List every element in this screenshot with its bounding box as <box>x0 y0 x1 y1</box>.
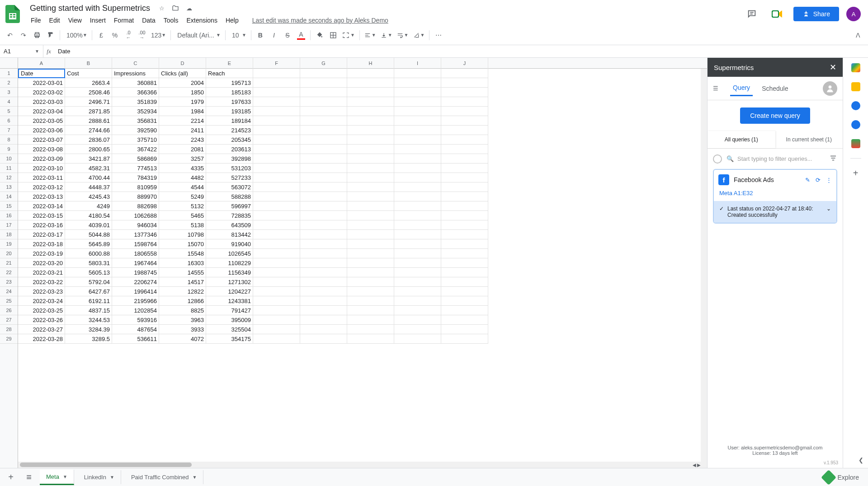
filter-status-icon[interactable] <box>713 154 722 164</box>
cell[interactable] <box>347 287 394 296</box>
cell[interactable] <box>253 306 300 315</box>
paint-format-icon[interactable] <box>44 29 57 42</box>
merge-icon[interactable]: ▼ <box>340 29 357 42</box>
dec-decimal-button[interactable]: .0← <box>122 29 135 42</box>
cell[interactable]: 2022-03-22 <box>18 277 65 287</box>
cell[interactable]: 1598764 <box>112 239 159 249</box>
cell[interactable]: 791427 <box>206 306 253 315</box>
cell[interactable]: 784319 <box>112 173 159 182</box>
collapse-toolbar-icon[interactable]: ᐱ <box>852 29 864 42</box>
row-number[interactable]: 19 <box>0 239 18 249</box>
cell[interactable] <box>300 107 347 116</box>
row-number[interactable]: 1 <box>0 69 18 78</box>
row-number[interactable]: 25 <box>0 296 18 306</box>
cell[interactable]: 5044.88 <box>65 230 112 239</box>
cell[interactable]: Clicks (all) <box>159 69 206 78</box>
cell[interactable] <box>441 325 488 334</box>
cell[interactable] <box>347 239 394 249</box>
cell[interactable]: 919040 <box>206 239 253 249</box>
last-edit-link[interactable]: Last edit was made seconds ago by Aleks … <box>249 15 392 26</box>
cell[interactable]: 2663.4 <box>65 78 112 88</box>
cell[interactable]: 15070 <box>159 239 206 249</box>
cell[interactable] <box>253 268 300 277</box>
cell[interactable]: 16303 <box>159 258 206 268</box>
cell[interactable]: 1377346 <box>112 230 159 239</box>
cell[interactable] <box>394 192 441 201</box>
cell[interactable] <box>347 145 394 154</box>
share-button[interactable]: Share <box>793 7 839 21</box>
row-number[interactable]: 9 <box>0 145 18 154</box>
cell[interactable] <box>441 268 488 277</box>
cell[interactable] <box>394 88 441 97</box>
tasks-app-icon[interactable] <box>851 101 860 110</box>
add-app-icon[interactable]: + <box>851 168 860 178</box>
cell[interactable] <box>253 211 300 220</box>
cell[interactable] <box>394 325 441 334</box>
row-number[interactable]: 7 <box>0 126 18 135</box>
cell[interactable] <box>300 145 347 154</box>
cell[interactable] <box>253 325 300 334</box>
cell[interactable] <box>394 287 441 296</box>
show-side-panel-icon[interactable]: ❮ <box>859 457 863 463</box>
cell[interactable] <box>347 296 394 306</box>
cell[interactable]: 2022-03-18 <box>18 239 65 249</box>
cell[interactable]: 360881 <box>112 78 159 88</box>
hamburger-icon[interactable]: ☰ <box>713 85 724 92</box>
cell[interactable]: 3933 <box>159 325 206 334</box>
cell[interactable] <box>300 268 347 277</box>
row-number[interactable]: 20 <box>0 249 18 258</box>
cell[interactable]: 325504 <box>206 325 253 334</box>
cell[interactable]: 2081 <box>159 145 206 154</box>
cell[interactable] <box>441 230 488 239</box>
refresh-icon[interactable]: ⟳ <box>816 177 821 183</box>
cell[interactable] <box>441 154 488 164</box>
column-header[interactable]: H <box>347 58 394 69</box>
cell[interactable] <box>394 268 441 277</box>
cell[interactable] <box>300 126 347 135</box>
cell[interactable]: 2411 <box>159 126 206 135</box>
cell[interactable]: 2508.46 <box>65 88 112 97</box>
row-number[interactable]: 29 <box>0 334 18 344</box>
cell[interactable]: 2214 <box>159 116 206 126</box>
row-number[interactable]: 26 <box>0 306 18 315</box>
cell[interactable]: 367422 <box>112 145 159 154</box>
cell[interactable]: 728835 <box>206 211 253 220</box>
row-number[interactable]: 3 <box>0 88 18 97</box>
cell[interactable] <box>441 192 488 201</box>
cell[interactable]: 3289.5 <box>65 334 112 344</box>
cell[interactable]: 3963 <box>159 315 206 325</box>
row-number[interactable]: 28 <box>0 325 18 334</box>
cell[interactable]: 392898 <box>206 154 253 164</box>
cell[interactable]: 5605.13 <box>65 268 112 277</box>
cell[interactable] <box>394 334 441 344</box>
cell[interactable]: 2022-03-15 <box>18 211 65 220</box>
sheet-tab-combined[interactable]: Paid Traffic Combined▼ <box>125 470 204 484</box>
cell[interactable] <box>300 230 347 239</box>
row-number[interactable]: 4 <box>0 97 18 107</box>
calendar-app-icon[interactable] <box>851 63 860 72</box>
cell[interactable] <box>441 78 488 88</box>
cell[interactable] <box>394 69 441 78</box>
cell[interactable]: Date <box>18 69 65 78</box>
percent-button[interactable]: % <box>108 29 121 42</box>
filter-input[interactable]: 🔍 Start typing to filter queries... <box>726 155 825 162</box>
cell[interactable]: 4245.43 <box>65 192 112 201</box>
horizontal-scrollbar[interactable]: ◀▶ <box>18 462 701 468</box>
cell[interactable] <box>300 88 347 97</box>
row-number[interactable]: 11 <box>0 164 18 173</box>
column-header[interactable]: E <box>206 58 253 69</box>
cell[interactable] <box>253 69 300 78</box>
cell[interactable] <box>347 88 394 97</box>
cell[interactable] <box>394 107 441 116</box>
menu-edit[interactable]: Edit <box>46 15 64 26</box>
cell[interactable]: 1967464 <box>112 258 159 268</box>
cell[interactable]: 4180.54 <box>65 211 112 220</box>
cell[interactable]: 14517 <box>159 277 206 287</box>
cell[interactable]: 810959 <box>112 182 159 192</box>
cell[interactable] <box>253 116 300 126</box>
cell[interactable] <box>441 126 488 135</box>
cell[interactable] <box>394 201 441 211</box>
cell[interactable] <box>253 287 300 296</box>
row-number[interactable]: 13 <box>0 182 18 192</box>
rotate-icon[interactable]: ▼ <box>411 29 427 42</box>
